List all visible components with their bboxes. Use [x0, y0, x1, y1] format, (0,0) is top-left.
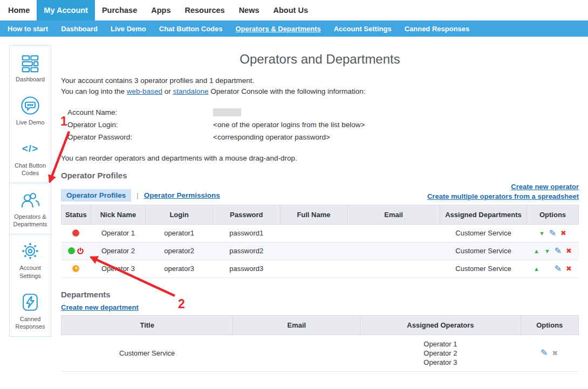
nav-my-account[interactable]: My Account	[37, 0, 95, 20]
subnav-how-to-start[interactable]: How to start	[1, 20, 54, 37]
email-cell	[347, 260, 440, 277]
edit-icon[interactable]	[554, 247, 562, 255]
annotation-label-1: 1	[60, 114, 67, 129]
operator-profiles-heading: Operator Profiles	[61, 171, 579, 180]
intro-line-1: Your account contains 3 operator profile…	[61, 75, 579, 86]
assigned-operator: Operator 1	[360, 339, 521, 349]
standalone-link[interactable]: standalone	[173, 87, 208, 95]
annotation-label-2: 2	[178, 297, 185, 311]
move-up-icon[interactable]	[532, 265, 541, 272]
sidebar-item-dashboard[interactable]: Dashboard	[10, 46, 51, 89]
sub-navigation: How to start Dashboard Live Demo Chat Bu…	[0, 20, 588, 37]
operator-profiles-table: Status Nick Name Login Password Full Nam…	[61, 205, 579, 278]
col-header-options: Options	[527, 205, 579, 224]
intro-text: Your account contains 3 operator profile…	[61, 75, 579, 98]
col-header-login: Login	[146, 205, 213, 224]
table-row: Operator 2 operator2 password2 Customer …	[61, 242, 579, 260]
operator-login-label: Operator Login:	[67, 119, 213, 131]
col-header-email: Email	[233, 315, 360, 335]
department-operators-cell: Operator 1 Operator 2 Operator 3	[360, 335, 521, 371]
operator-table-header-row: Status Nick Name Login Password Full Nam…	[61, 205, 579, 224]
operator-password-row: Operator Password: <corresponding operat…	[67, 131, 579, 143]
move-down-icon[interactable]	[543, 247, 551, 254]
delete-icon[interactable]	[565, 247, 573, 254]
sidebar-item-label: Live Demo	[11, 119, 49, 126]
login-cell: operator3	[146, 260, 213, 277]
sidebar-item-label: Dashboard	[11, 75, 49, 83]
table-row: Operator 3 operator3 password3 Customer …	[61, 260, 579, 277]
operator-password-value: <corresponding operator password>	[213, 131, 330, 143]
web-based-link[interactable]: web-based	[127, 87, 162, 95]
operator-controls: Operator Profiles | Operator Permissions…	[61, 182, 579, 202]
nav-about-us[interactable]: About Us	[266, 0, 315, 20]
sidebar-item-account-settings[interactable]: Account Settings	[10, 234, 51, 285]
edit-icon[interactable]	[549, 229, 557, 238]
nick-name-cell: Operator 1	[91, 224, 146, 242]
assigned-operator: Operator 3	[360, 358, 521, 367]
nav-news[interactable]: News	[232, 0, 266, 20]
create-new-department-link[interactable]: Create new department	[61, 303, 139, 311]
move-up-icon[interactable]	[532, 247, 541, 254]
email-cell	[347, 224, 440, 242]
full-name-cell	[280, 224, 347, 242]
table-row: Customer Service Operator 1 Operator 2 O…	[61, 335, 579, 371]
sidebar-item-label: Chat Button Codes	[11, 162, 49, 177]
code-icon	[11, 138, 49, 159]
reorder-note: You can reorder operators and department…	[61, 154, 579, 162]
password-cell: password2	[213, 242, 280, 260]
account-name-label: Account Name:	[67, 106, 213, 119]
nick-name-cell: Operator 3	[91, 260, 146, 277]
operator-password-label: Operator Password:	[67, 131, 213, 143]
col-header-full-name: Full Name	[280, 205, 347, 224]
subnav-account-settings[interactable]: Account Settings	[327, 20, 398, 37]
sidebar-item-canned-responses[interactable]: Canned Responses	[10, 286, 51, 336]
subnav-dashboard[interactable]: Dashboard	[54, 20, 104, 37]
tab-operator-profiles[interactable]: Operator Profiles	[61, 189, 131, 202]
top-navigation: Home My Account Purchase Apps Resources …	[0, 0, 588, 20]
sidebar-item-chat-button-codes[interactable]: Chat Button Codes	[10, 132, 51, 183]
operator-login-value: <one of the operator logins from the lis…	[213, 119, 365, 131]
col-header-password: Password	[213, 205, 280, 224]
sidebar-item-operators-departments[interactable]: Operators & Departments	[10, 183, 51, 234]
account-name-redacted	[213, 108, 241, 116]
col-header-nick-name: Nick Name	[91, 205, 146, 224]
move-down-icon[interactable]	[538, 230, 546, 237]
logout-power-icon[interactable]	[77, 247, 84, 255]
sidebar: Dashboard Live Demo Chat Button Codes	[9, 45, 51, 337]
status-online-icon	[68, 247, 75, 254]
sidebar-item-live-demo[interactable]: Live Demo	[10, 89, 51, 132]
edit-icon[interactable]	[554, 265, 562, 273]
operator-login-row: Operator Login: <one of the operator log…	[67, 119, 579, 131]
subnav-chat-button-codes[interactable]: Chat Button Codes	[153, 20, 229, 37]
edit-icon[interactable]	[540, 349, 548, 357]
live-demo-icon	[11, 95, 49, 116]
delete-icon[interactable]	[559, 230, 568, 237]
gear-icon	[11, 241, 49, 261]
nav-purchase[interactable]: Purchase	[95, 0, 144, 20]
assigned-departments-cell: Customer Service	[440, 260, 527, 277]
sidebar-item-label: Operators & Departments	[11, 213, 49, 228]
create-multiple-operators-link[interactable]: Create multiple operators from a spreads…	[427, 192, 579, 202]
subnav-canned-responses[interactable]: Canned Responses	[398, 20, 476, 37]
col-header-options: Options	[521, 315, 578, 335]
delete-icon[interactable]	[565, 265, 573, 272]
status-offline-icon	[72, 230, 79, 237]
create-new-operator-link[interactable]: Create new operator	[427, 182, 579, 192]
subnav-live-demo[interactable]: Live Demo	[104, 20, 153, 37]
subnav-operators-departments[interactable]: Operators & Departments	[229, 20, 327, 37]
tab-operator-permissions[interactable]: Operator Permissions	[144, 191, 220, 199]
intro-line-2: You can log into the web-based or standa…	[61, 86, 579, 97]
dashboard-icon	[11, 52, 49, 73]
lightning-icon	[11, 292, 49, 312]
account-name-row: Account Name:	[67, 106, 579, 119]
nav-home[interactable]: Home	[1, 0, 37, 20]
nav-resources[interactable]: Resources	[177, 0, 231, 20]
status-away-icon	[72, 265, 79, 272]
page-title: Operators and Departments	[61, 52, 579, 67]
login-cell: operator1	[146, 224, 213, 242]
assigned-operator: Operator 2	[360, 349, 521, 358]
nav-apps[interactable]: Apps	[144, 0, 177, 20]
col-header-status: Status	[61, 205, 91, 224]
create-links: Create new operator Create multiple oper…	[427, 182, 579, 202]
sidebar-item-label: Account Settings	[11, 264, 49, 279]
